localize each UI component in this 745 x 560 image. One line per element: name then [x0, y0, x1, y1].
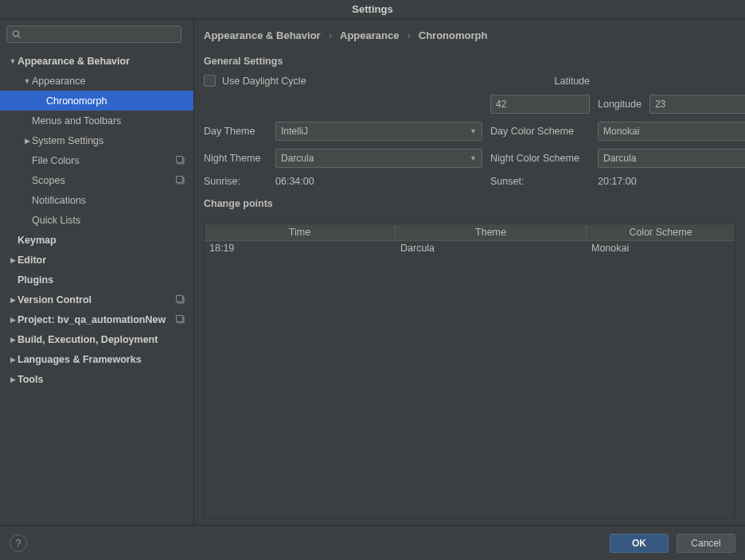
column-header-theme[interactable]: Theme [396, 224, 587, 240]
daylight-label: Use Daylight Cycle [222, 76, 306, 87]
dialog-footer: ? OK Cancel [0, 525, 745, 560]
sunset-label: Sunset: [490, 176, 590, 187]
search-input[interactable] [24, 29, 176, 40]
day-color-label: Day Color Scheme [490, 126, 590, 137]
sidebar-item-label: Appearance & Behavior [18, 56, 130, 67]
chevron-right-icon: ▶ [8, 256, 18, 264]
breadcrumb-item: Chronomorph [419, 29, 488, 41]
sidebar-item-label: System Settings [32, 135, 103, 146]
sunset-value: 20:17:00 [598, 176, 745, 187]
night-color-value: Darcula [603, 153, 636, 164]
table-row[interactable]: 18:19DarculaMonokai [205, 241, 735, 255]
longitude-label: Longitude [598, 99, 642, 110]
day-theme-value: IntelliJ [281, 126, 308, 137]
sidebar-item[interactable]: Menus and Toolbars [0, 111, 193, 130]
sidebar-item[interactable]: ▶Languages & Frameworks [0, 349, 193, 369]
change-points-table: Time Theme Color Scheme 18:19DarculaMono… [204, 224, 735, 519]
window-title: Settings [0, 0, 745, 19]
sidebar-item-label: Chronomorph [46, 95, 107, 107]
sidebar-item-label: Languages & Frameworks [18, 354, 142, 365]
chevron-right-icon: ▶ [8, 316, 18, 324]
sidebar-item-label: Notifications [32, 195, 86, 206]
project-scope-icon [176, 156, 185, 165]
breadcrumb-item[interactable]: Appearance & Behavior [204, 29, 321, 41]
settings-content: Appearance & Behavior › Appearance › Chr… [194, 19, 745, 525]
sidebar-item-label: Tools [18, 374, 43, 385]
night-color-label: Night Color Scheme [490, 153, 590, 164]
sidebar-item[interactable]: ▼Appearance [0, 71, 193, 91]
sidebar-item-label: Build, Execution, Deployment [18, 334, 158, 345]
project-scope-icon [176, 295, 185, 305]
table-cell: Darcula [396, 241, 587, 255]
chevron-right-icon: ▶ [8, 336, 18, 344]
sidebar-item[interactable]: Keymap [0, 230, 193, 250]
breadcrumb: Appearance & Behavior › Appearance › Chr… [204, 25, 735, 45]
help-icon: ? [16, 538, 21, 549]
change-points-title: Change points [204, 198, 735, 209]
svg-line-1 [18, 36, 21, 38]
longitude-input[interactable] [649, 95, 745, 114]
chevron-down-icon: ▼ [470, 154, 477, 162]
sidebar-item-label: Project: bv_qa_automationNew [18, 314, 166, 325]
sidebar-item[interactable]: Plugins [0, 270, 193, 290]
project-scope-icon [176, 315, 185, 325]
latitude-label: Latitude [490, 76, 590, 87]
night-color-select[interactable]: Darcula ▼ [598, 149, 745, 168]
sidebar-item-label: Editor [18, 255, 46, 266]
svg-point-0 [13, 31, 18, 37]
sidebar-item-label: Plugins [18, 274, 53, 286]
sidebar-item-label: Appearance [32, 76, 85, 87]
help-button[interactable]: ? [10, 535, 27, 552]
chevron-down-icon: ▼ [8, 57, 18, 65]
night-theme-value: Darcula [281, 153, 314, 164]
sidebar-item-label: Keymap [18, 235, 57, 246]
settings-tree: ▼Appearance & Behavior▼AppearanceChronom… [0, 49, 193, 525]
cancel-button[interactable]: Cancel [677, 534, 735, 553]
sidebar-item[interactable]: Scopes [0, 170, 193, 190]
day-theme-select[interactable]: IntelliJ ▼ [275, 122, 482, 141]
latitude-input[interactable] [490, 95, 590, 114]
sunrise-label: Sunrise: [204, 176, 267, 187]
column-header-scheme[interactable]: Color Scheme [587, 224, 735, 240]
ok-button[interactable]: OK [610, 534, 669, 553]
svg-rect-5 [177, 176, 183, 182]
search-icon [12, 29, 21, 39]
settings-sidebar: ▼Appearance & Behavior▼AppearanceChronom… [0, 19, 194, 525]
project-scope-icon [176, 176, 185, 185]
day-color-select[interactable]: Monokai ▼ [598, 122, 745, 141]
svg-rect-7 [177, 295, 183, 301]
svg-rect-9 [177, 315, 183, 321]
sidebar-item[interactable]: ▶Tools [0, 369, 193, 389]
sidebar-item[interactable]: ▶Editor [0, 250, 193, 270]
chevron-right-icon: › [407, 29, 410, 41]
sidebar-item[interactable]: Quick Lists [0, 210, 193, 230]
search-input-wrapper[interactable] [6, 25, 181, 43]
general-settings-title: General Settings [204, 56, 735, 67]
table-cell: Monokai [587, 241, 735, 255]
chevron-right-icon: ▶ [22, 137, 32, 145]
sidebar-item[interactable]: Notifications [0, 190, 193, 210]
night-theme-select[interactable]: Darcula ▼ [275, 149, 482, 168]
day-color-value: Monokai [603, 126, 639, 137]
chevron-right-icon: ▶ [8, 356, 18, 364]
sidebar-item-label: Scopes [32, 175, 65, 186]
sidebar-item[interactable]: Chronomorph [0, 91, 193, 111]
sidebar-item[interactable]: ▶System Settings [0, 130, 193, 150]
table-cell: 18:19 [205, 241, 396, 255]
breadcrumb-item[interactable]: Appearance [340, 29, 399, 41]
sidebar-item-label: Menus and Toolbars [32, 115, 121, 126]
sunrise-value: 06:34:00 [275, 176, 482, 187]
sidebar-item[interactable]: File Colors [0, 150, 193, 170]
chevron-right-icon: ▶ [8, 375, 18, 383]
sidebar-item-label: File Colors [32, 155, 80, 166]
chevron-down-icon: ▼ [470, 127, 477, 135]
chevron-down-icon: ▼ [22, 77, 32, 85]
column-header-time[interactable]: Time [205, 224, 396, 240]
sidebar-item[interactable]: ▶Build, Execution, Deployment [0, 329, 193, 349]
sidebar-item[interactable]: ▶Version Control [0, 290, 193, 309]
sidebar-item[interactable]: ▼Appearance & Behavior [0, 51, 193, 71]
daylight-checkbox[interactable] [204, 75, 216, 87]
night-theme-label: Night Theme [204, 153, 267, 164]
sidebar-item[interactable]: ▶Project: bv_qa_automationNew [0, 309, 193, 329]
chevron-right-icon: › [329, 29, 332, 41]
